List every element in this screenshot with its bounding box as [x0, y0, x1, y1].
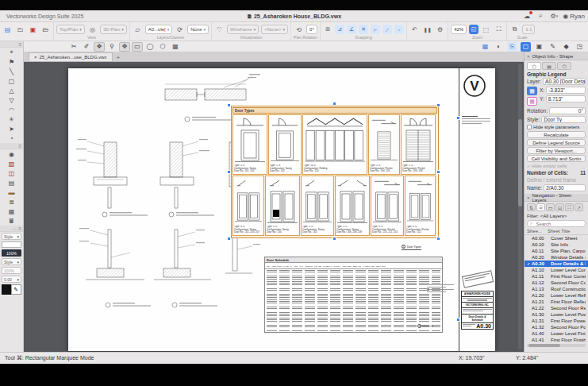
polygon-tool-icon[interactable]: △ — [3, 86, 21, 95]
window-tool-icon[interactable]: ▤ — [3, 178, 21, 187]
basic-palette-header[interactable]: ≡ — [0, 41, 23, 48]
marquee-x-mode-icon[interactable]: ✂ — [68, 42, 79, 52]
selection-handle[interactable] — [332, 237, 336, 241]
pause-icon[interactable]: ❚❚ — [422, 25, 432, 35]
layer-dropdown[interactable]: A0...ule|▾ — [145, 25, 172, 34]
rotation-field[interactable]: 0° — [306, 25, 317, 34]
selection-handle[interactable] — [456, 116, 460, 120]
user-menu[interactable]: ◉Ryan — [563, 12, 585, 21]
sheet-row-A0.11[interactable]: A0.11Site Plan, Carport — [525, 248, 588, 254]
sheet-row-A1.10[interactable]: A1.10Lower Level Cons — [525, 267, 588, 273]
door-types-legend[interactable]: Door Types Type: 3'-0"Configuration: Swi… — [231, 106, 439, 238]
render-mode-dropdown[interactable]: Wireframe▾ — [227, 25, 259, 34]
oi-button-0[interactable]: Recalculate — [527, 131, 586, 138]
annotate-icon[interactable]: ✎ — [548, 42, 558, 52]
interactive-scaling-icon[interactable]: ❖ — [94, 42, 105, 52]
document-tab[interactable]: × 25_Asharoken...use_BLDG.vwx — [29, 52, 113, 61]
wall-tool-icon[interactable]: ▬ — [3, 187, 21, 197]
view-dropdown[interactable]: Top/Plan▾ — [56, 25, 85, 34]
selection-handle[interactable] — [436, 170, 440, 174]
render-style-dropdown[interactable]: <None>▾ — [261, 25, 288, 34]
oi-button-2[interactable]: Filter by Viewport... — [527, 147, 586, 154]
pen-style-dropdown[interactable]: Style▾ — [2, 258, 21, 265]
door-schedule-table[interactable]: Door Schedule NO.LOCATIONTYPEWHGTTHKCONF… — [264, 257, 443, 333]
new-tab-button[interactable]: + — [117, 54, 121, 61]
search-icon[interactable]: ⌕ — [536, 12, 545, 21]
camera-view-icon[interactable]: ◎ — [87, 25, 98, 35]
hide-empty-cells-checkbox[interactable]: ✓Hide empty cells — [525, 163, 588, 169]
palette-dock-icon[interactable]: ▦ — [480, 42, 490, 52]
door-type-cell[interactable]: Type: 6'-0"Configuration: PocketDoor No.… — [405, 176, 436, 236]
stamp-tool-icon[interactable]: ▧ — [3, 159, 21, 168]
navigation-header[interactable]: ×Navigation - Sheet Layers — [525, 194, 588, 202]
class-dropdown[interactable]: None▾ — [187, 25, 209, 34]
rotation-field[interactable]: 0° — [549, 107, 586, 114]
name-field[interactable]: 2/A0.30 — [544, 184, 586, 191]
selection-handle[interactable] — [227, 103, 231, 107]
clipboard-icon[interactable]: ⎘ — [507, 42, 517, 52]
sheet-row-A0.00[interactable]: A0.00Cover Sheet — [525, 235, 588, 241]
filter-dropdown[interactable]: <All Layers> — [540, 214, 567, 218]
snap-edge-icon[interactable]: ∕ — [382, 25, 392, 34]
canvas-vertical-scrollbar[interactable] — [518, 64, 522, 349]
sheet-row-A0.10[interactable]: A0.10Site Info — [525, 241, 588, 248]
y-field[interactable]: 8.713" — [546, 95, 586, 102]
publish-icon[interactable]: 🗁 — [40, 25, 51, 35]
selection-tool-icon[interactable]: ⌖ — [3, 48, 21, 57]
pen-mode-icon[interactable]: ✐ — [81, 42, 92, 52]
scrollbar-thumb[interactable] — [518, 119, 522, 207]
cloud-sync-icon[interactable]: ☁ — [522, 12, 532, 21]
drawing-canvas[interactable]: Door Types Type: 3'-0"Configuration: Swi… — [24, 62, 524, 352]
save-view-icon[interactable]: ▣ — [534, 42, 544, 52]
rotate-plan-icon[interactable]: ⟲ — [294, 25, 304, 35]
selection-handle[interactable] — [436, 237, 440, 241]
open-doc-icon[interactable]: 🗀 — [15, 25, 25, 35]
sheet-row-A1.13[interactable]: A1.13Roof Construction — [525, 286, 588, 292]
selection-handle[interactable] — [332, 102, 336, 106]
search-input[interactable] — [534, 221, 578, 227]
design-layers-tab[interactable]: ⇅ — [527, 203, 536, 211]
polygon-marquee-icon[interactable]: ⬡ — [157, 42, 168, 52]
contrast-icon[interactable]: ◐ — [494, 42, 504, 52]
snap-grid-icon[interactable]: ⊞ — [323, 25, 332, 34]
door-type-cell[interactable]: Type: 16'-0"Configuration: FoldingDoor N… — [302, 114, 367, 175]
layer-icon[interactable]: ▱ — [133, 25, 143, 35]
projection-dropdown[interactable]: 3D Plan▾ — [100, 25, 127, 34]
undo-icon[interactable]: ↶ — [409, 25, 420, 35]
scale-anchor-icon[interactable]: ▦ — [527, 97, 537, 106]
lasso-marquee-icon[interactable]: ◯ — [144, 42, 156, 52]
arc-tool-icon[interactable]: ◠ — [3, 105, 21, 114]
snap-tangent-icon[interactable]: ◦ — [394, 25, 404, 34]
sheet-row-A1.20[interactable]: A1.20Lower Level Refle — [525, 292, 588, 299]
snap-intersection-icon[interactable]: ✕ — [359, 25, 368, 34]
settings-gear-icon[interactable]: ⚙ — [435, 25, 445, 35]
save-doc-icon[interactable]: ▣ — [28, 25, 38, 35]
pen-color-swatch[interactable]: ✎ — [2, 284, 21, 295]
new-doc-icon[interactable]: ▤ — [2, 25, 13, 35]
selection-handle[interactable] — [436, 103, 440, 107]
sheet-row-A1.31[interactable]: A1.31First Floor Power — [525, 318, 588, 324]
pan-icon[interactable]: ⛶ — [494, 25, 504, 35]
saved-views-tab[interactable]: ⛶ — [565, 203, 574, 211]
object-info-header[interactable]: ×Object Info - Shape — [525, 52, 588, 60]
sheet-row-A1.41[interactable]: A1.41First Floor Finish — [525, 337, 588, 343]
current-view-icon[interactable]: ▢ — [521, 42, 531, 52]
selection-handle[interactable] — [227, 237, 231, 241]
oi-button-3[interactable]: Cell Visibility and Sortin — [527, 155, 586, 162]
classes-tab[interactable]: ▭ — [546, 203, 555, 211]
position-anchor-icon[interactable]: ▦ — [527, 87, 537, 95]
door-type-cell[interactable]: Type: 2'-8"Configuration: PocketDoor No.… — [368, 114, 400, 175]
sheet-row-A1.40[interactable]: A1.40Lower Level Finish — [525, 330, 588, 337]
zoom-marquee-icon[interactable]: ⬚ — [481, 25, 491, 35]
fill-style-dropdown[interactable]: Style▾ — [2, 233, 21, 240]
equipment-tool-icon[interactable]: 🖩 — [3, 216, 21, 226]
rotate-tool-icon[interactable]: ◔ — [3, 133, 21, 143]
body-mode-icon[interactable]: ⚲ — [106, 42, 117, 52]
viewports-tab[interactable]: ⊡ — [555, 203, 564, 211]
rectangular-marquee-icon[interactable]: ▭ — [132, 42, 143, 52]
door-type-cell[interactable]: Type: 4'-0"Configuration: SwingDoor No.:… — [233, 176, 264, 236]
sheet-row-A1.30[interactable]: A1.30Lower Level Powe — [525, 311, 588, 318]
sheet-row-A0.20[interactable]: A0.20Window Details & — [525, 254, 588, 261]
door-type-cell[interactable]: Type: 3'-0"Configuration: SwingDoor No.:… — [233, 114, 267, 175]
cabinet-tool-icon[interactable]: ▦ — [3, 207, 21, 216]
